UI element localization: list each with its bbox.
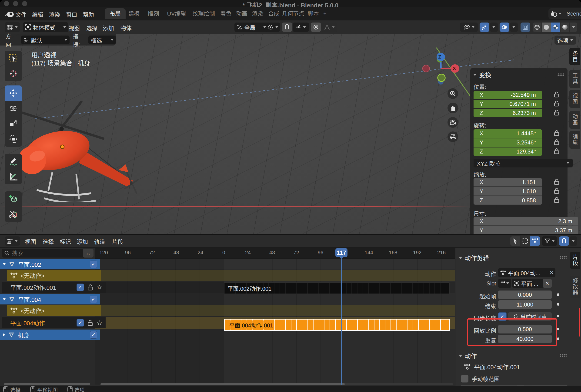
tool-options-dropdown[interactable]: 选项 [554, 36, 576, 45]
overlays-dropdown[interactable] [510, 22, 518, 32]
track-row-plane002-action[interactable]: 平面.002动作.001 ✓ ☆ [2, 282, 106, 293]
tweak-tool-button[interactable] [510, 236, 520, 246]
manual-range-row[interactable]: 手动帧范围 [461, 375, 500, 383]
rotation-mode-dropdown[interactable]: XYZ 欧拉 [474, 159, 573, 168]
fit-tracks-button[interactable]: ↔ [83, 249, 94, 257]
chevron-right-icon[interactable] [3, 333, 5, 337]
track-row-plane004[interactable]: 平面.004 ✓ [0, 294, 100, 304]
nla-menu-add[interactable]: 添加 [77, 237, 88, 245]
action-datablock-field[interactable]: 平面.004动... × [498, 268, 556, 277]
scale-z-field[interactable]: Z0.858 [474, 196, 542, 204]
workspace-tab-sculpt[interactable]: 雕刻 [146, 8, 161, 19]
track-row-plane002[interactable]: 平面.002 ✓ [0, 259, 100, 269]
add-workspace-button[interactable]: + [321, 8, 329, 19]
action-clip-panel-header[interactable]: 动作剪辑 [459, 253, 489, 262]
filter-dropdown[interactable] [542, 236, 557, 246]
track-row-noaction-1[interactable]: <无动作> [7, 270, 101, 281]
location-z-field[interactable]: Z6.2373 m [474, 109, 542, 117]
show-keyframes-toggle[interactable] [530, 236, 540, 246]
track-search[interactable] [2, 249, 86, 257]
zoom-view-button[interactable] [448, 88, 458, 99]
start-frame-field[interactable]: 0.000 [498, 291, 552, 299]
location-lock-icons[interactable] [553, 91, 560, 117]
menu-edit[interactable]: 编辑 [32, 10, 43, 18]
workspace-tab-scripting[interactable]: 脚本 [306, 8, 320, 19]
nla-snap-dropdown[interactable] [569, 236, 577, 246]
workspace-tab-texture-paint[interactable]: 纹理绘制 [191, 8, 217, 19]
pivot-point-selector[interactable] [266, 22, 280, 32]
manual-range-checkbox[interactable] [461, 375, 468, 383]
rotation-z-field[interactable]: Z-129.34° [474, 148, 542, 156]
tracklist-hscrollbar[interactable] [4, 383, 90, 385]
editor-type-selector[interactable] [5, 22, 20, 32]
slot-clear-button[interactable]: × [543, 279, 552, 288]
lock-icon[interactable] [87, 319, 93, 326]
viewport-menu-add[interactable]: 添加 [103, 24, 114, 32]
npanel-tab-view[interactable]: 视图 [569, 90, 580, 108]
menu-help[interactable]: 帮助 [83, 10, 94, 18]
panel-drag-dots-icon[interactable] [560, 256, 566, 259]
track-enable-checkbox[interactable]: ✓ [90, 261, 97, 268]
workspace-tab-modeling[interactable]: 建模 [127, 8, 141, 19]
show-overlays-toggle[interactable] [500, 22, 509, 32]
slot-type-dropdown[interactable] [498, 279, 511, 288]
tool-rotate[interactable] [5, 101, 22, 116]
animate-dot[interactable] [557, 293, 559, 296]
dimensions-y-field[interactable]: Y3.37 m [474, 226, 578, 234]
editor-type-selector[interactable] [5, 236, 20, 246]
star-icon[interactable]: ☆ [96, 319, 102, 327]
workspace-tab-uv[interactable]: UV编辑 [166, 8, 188, 19]
tool-duplicate-cut[interactable] [5, 207, 22, 222]
sidebar-tab-modifiers[interactable]: 修改器 [570, 276, 580, 298]
proportional-editing-toggle[interactable] [311, 22, 321, 32]
rotation-y-field[interactable]: Y3.2546° [474, 138, 542, 147]
nla-strip-plane004-selected[interactable]: 平面.004动作.001 [224, 319, 450, 331]
scale-x-field[interactable]: X1.151 [474, 178, 542, 187]
shading-solid-button[interactable] [542, 22, 551, 32]
tool-add-primitive[interactable] [5, 191, 22, 207]
track-row-plane004-action[interactable]: 平面.004动作 ✓ ☆ [2, 317, 106, 328]
show-gizmo-toggle[interactable] [480, 22, 489, 32]
pan-view-button[interactable] [448, 103, 458, 113]
viewport-menu-object[interactable]: 物体 [120, 24, 132, 32]
shading-dropdown[interactable] [570, 22, 577, 32]
nla-menu-track[interactable]: 轨道 [94, 237, 105, 245]
workspace-tab-geometry-nodes[interactable]: 几何节点 [282, 8, 304, 19]
nla-menu-view[interactable]: 视图 [25, 237, 36, 245]
end-frame-field[interactable]: 11.000 [498, 300, 552, 309]
nla-strip-plane002[interactable]: 平面.002动作.001 [224, 282, 450, 294]
rotation-lock-icons[interactable] [553, 130, 560, 156]
slot-target-field[interactable]: 平面.... [512, 279, 546, 288]
tool-annotate[interactable] [5, 154, 22, 169]
transform-orientation-selector[interactable]: 全局 [234, 22, 268, 32]
current-frame-badge[interactable]: 117 [336, 248, 348, 257]
gizmo-z-label[interactable]: Z [438, 54, 441, 60]
shading-wireframe-button[interactable] [532, 22, 542, 32]
workspace-tab-compositing[interactable]: 合成 [266, 8, 281, 19]
menu-render[interactable]: 渲染 [49, 10, 60, 18]
shading-material-button[interactable] [551, 22, 560, 32]
tool-transform[interactable] [5, 131, 22, 147]
npanel-tab-animation[interactable]: 动画 [569, 111, 580, 129]
animate-dot[interactable] [557, 303, 559, 306]
toggle-perspective-button[interactable] [448, 131, 458, 142]
nla-menu-strip[interactable]: 片段 [112, 237, 123, 245]
visibility-dropdown[interactable] [460, 22, 478, 32]
track-enable-checkbox[interactable]: ✓ [76, 284, 84, 291]
panel-drag-dots-icon[interactable] [560, 354, 566, 357]
drag-orientation-selector[interactable]: 默认 [21, 35, 70, 44]
nla-ruler[interactable]: -120 -96 -72 -48 -24 0 24 48 72 96 144 1… [95, 248, 455, 259]
viewport-menu-select[interactable]: 选择 [86, 24, 98, 32]
npanel-tab-edit[interactable]: 编辑 [569, 131, 580, 149]
nla-snap-toggle[interactable] [559, 236, 569, 246]
tool-cursor[interactable] [5, 66, 22, 81]
track-enable-checkbox[interactable]: ✓ [90, 331, 97, 339]
xray-toggle[interactable] [520, 22, 530, 32]
scale-lock-icons[interactable] [553, 179, 560, 204]
proportional-falloff-selector[interactable] [322, 22, 337, 32]
drag-mode-selector[interactable]: 框选 [88, 35, 116, 44]
dimensions-x-field[interactable]: X2.3 m [474, 217, 578, 225]
helicopter-model[interactable] [9, 91, 140, 202]
tool-select-box[interactable] [5, 51, 22, 66]
gizmo-x-label[interactable]: X [452, 65, 456, 71]
